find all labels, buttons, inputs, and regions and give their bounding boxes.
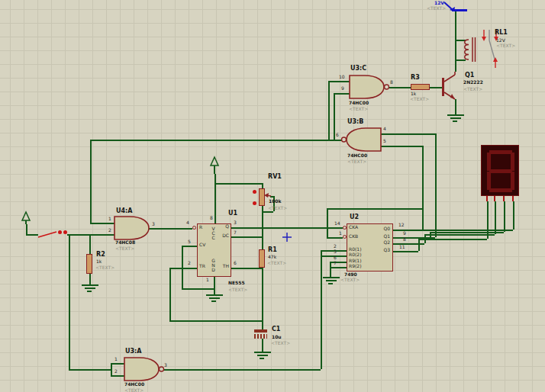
inverter-bubble-icon [342,137,347,142]
wire-segment[interactable] [26,224,27,234]
q1-text: <TEXT> [463,87,482,92]
u1-num6: 6 [234,261,237,265]
wire-segment[interactable] [89,274,91,284]
wire-segment[interactable] [69,369,111,371]
wire-segment[interactable] [231,236,262,238]
ground-symbol-icon[interactable] [205,294,223,304]
nand-gate-u3a[interactable] [124,358,166,381]
wire-segment[interactable] [327,208,422,210]
u4a-pin2: 2 [108,228,111,233]
wire-segment[interactable] [67,234,114,236]
wire-segment[interactable] [418,239,487,240]
wire-segment[interactable] [330,262,347,263]
wire-segment[interactable] [424,234,495,236]
wire-segment[interactable] [90,140,342,141]
wire-segment[interactable] [393,251,418,252]
wire-segment[interactable] [494,196,495,201]
wire-segment[interactable] [182,288,214,290]
wire-segment[interactable] [334,93,335,140]
wire-segment[interactable] [327,208,328,237]
transistor-q1[interactable] [439,71,462,105]
wire-segment[interactable] [327,237,343,239]
wire-segment[interactable] [89,234,91,254]
wire-segment[interactable] [334,93,350,95]
wire-segment[interactable] [486,196,488,201]
wire-segment[interactable] [90,223,114,224]
wire-segment[interactable] [262,183,263,188]
wire-segment[interactable] [169,268,171,320]
capacitor-c1-plate-hatched [254,334,267,339]
wire-segment[interactable] [504,201,505,232]
wire-segment[interactable] [262,268,263,329]
wire-segment[interactable] [321,250,322,369]
wire-segment[interactable] [231,268,262,269]
wire-segment[interactable] [111,363,112,375]
nand-gate-u3c[interactable] [350,76,392,98]
ground-symbol-icon[interactable] [253,351,271,361]
wire-segment[interactable] [182,246,197,247]
wire-segment[interactable] [430,232,504,233]
wire-segment[interactable] [214,183,262,185]
wire-segment[interactable] [455,11,456,72]
resistor-r1[interactable] [259,249,265,268]
wire-segment[interactable] [169,320,262,322]
wire-segment[interactable] [214,174,216,223]
wire-segment[interactable] [214,277,215,294]
wire-segment[interactable] [381,133,435,135]
wire-segment[interactable] [69,234,70,369]
nand-gate-u3b[interactable] [340,128,382,151]
resistor-r2[interactable] [86,254,92,274]
wire-segment[interactable] [513,201,514,230]
wire-segment[interactable] [495,201,496,234]
u1-pin-vcc: VCC [211,226,215,239]
wire-segment[interactable] [422,146,424,230]
wire-segment[interactable] [262,236,263,249]
wire-segment[interactable] [111,363,124,365]
wire-segment[interactable] [328,81,330,140]
seven-segment-display[interactable] [481,145,519,196]
wire-segment[interactable] [182,246,183,288]
power-terminal-icon[interactable] [441,1,469,13]
wire-segment[interactable] [503,196,505,201]
r3-text: <TEXT> [410,97,429,101]
wire-segment[interactable] [328,81,350,82]
schematic-canvas[interactable]: 12V <TEXT> RL1 12V <TEXT> Q1 2N2222 <TEX… [0,0,545,392]
input-terminal-icon[interactable] [21,211,31,225]
wire-segment[interactable] [169,268,197,269]
wire-segment[interactable] [389,87,411,88]
wire-segment[interactable] [487,201,489,239]
u2-name-q3: Q3 [374,248,390,252]
ground-symbol-icon[interactable] [446,114,464,124]
resistor-r3[interactable] [411,84,430,90]
wire-segment[interactable] [262,206,263,236]
wire-segment[interactable] [163,369,321,371]
rv1-pin-dot-icon [253,190,256,194]
wire-segment[interactable] [231,227,343,229]
wire-segment[interactable] [262,339,263,352]
u1-num3: 3 [234,220,237,225]
u3a-text: <TEXT> [124,388,144,392]
c1-text: <TEXT> [271,341,290,345]
wire-segment[interactable] [330,267,347,268]
wire-segment[interactable] [111,375,124,377]
power-arrow-icon[interactable] [209,156,220,175]
switch-blade-icon[interactable] [37,229,60,239]
wire-segment[interactable] [262,211,273,213]
wire-segment[interactable] [381,146,422,147]
c1-ref: C1 [272,326,280,333]
wire-segment[interactable] [330,262,331,277]
u1-reset-bubble-icon [192,226,196,230]
wire-segment[interactable] [512,196,514,201]
u3b-pin6: 6 [336,133,339,137]
u4a-text: <TEXT> [115,246,134,251]
ground-symbol-icon[interactable] [321,276,340,286]
wire-segment[interactable] [418,239,420,251]
wire-segment[interactable] [90,140,92,223]
and-gate-u4a[interactable] [114,217,150,239]
u2-num9: 9 [403,231,406,236]
segment-g [489,169,512,173]
wire-segment[interactable] [435,133,437,237]
capacitor-c1-plate[interactable] [254,329,267,333]
ground-symbol-icon[interactable] [80,284,98,294]
wire-segment[interactable] [149,228,192,230]
